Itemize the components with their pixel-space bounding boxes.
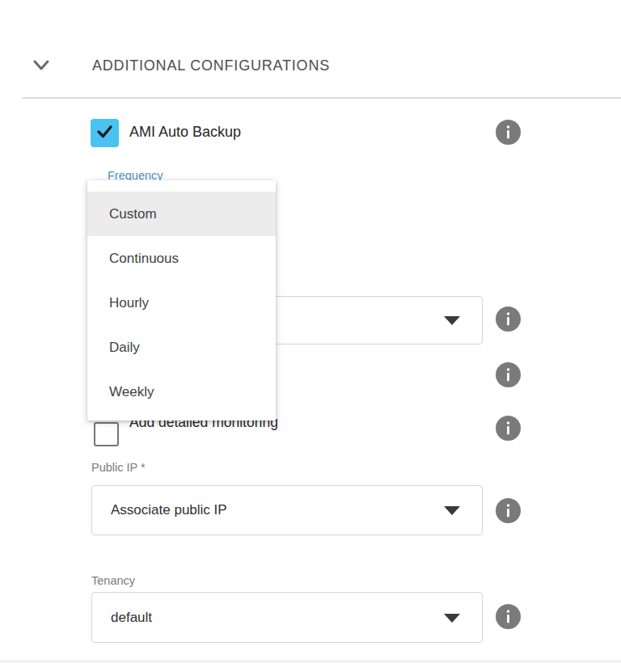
tenancy-value: default	[111, 610, 152, 626]
public-ip-value: Associate public IP	[111, 502, 227, 518]
menu-item-daily[interactable]: Daily	[87, 325, 276, 370]
bottom-divider	[0, 661, 621, 662]
section-title: ADDITIONAL CONFIGURATIONS	[92, 57, 330, 74]
info-icon[interactable]	[496, 498, 521, 523]
info-icon[interactable]	[496, 416, 521, 441]
ami-auto-backup-checkbox[interactable]	[91, 119, 119, 147]
public-ip-select[interactable]: Associate public IP	[91, 485, 483, 535]
info-icon[interactable]	[496, 120, 521, 145]
tenancy-label: Tenancy	[91, 574, 135, 587]
checkmark-icon	[95, 121, 115, 145]
tenancy-select[interactable]: default	[91, 592, 483, 643]
additional-configurations-panel: ADDITIONAL CONFIGURATIONS AMI Auto Backu…	[0, 0, 621, 672]
menu-item-weekly[interactable]: Weekly	[87, 370, 276, 414]
caret-down-icon	[444, 614, 460, 623]
ami-auto-backup-label: AMI Auto Backup	[129, 124, 241, 141]
caret-down-icon	[444, 506, 460, 515]
info-icon[interactable]	[496, 306, 521, 332]
menu-item-continuous[interactable]: Continuous	[87, 236, 276, 281]
frequency-dropdown-menu: Custom Continuous Hourly Daily Weekly	[87, 180, 276, 421]
public-ip-label: Public IP *	[91, 461, 146, 474]
info-icon[interactable]	[496, 362, 521, 387]
caret-down-icon	[444, 316, 460, 325]
menu-item-hourly[interactable]: Hourly	[87, 281, 276, 325]
menu-item-custom[interactable]: Custom	[87, 192, 276, 236]
section-collapse-button[interactable]	[29, 53, 53, 76]
section-divider	[23, 97, 621, 99]
chevron-down-icon	[29, 65, 53, 78]
detailed-monitoring-checkbox[interactable]	[94, 422, 119, 446]
info-icon[interactable]	[496, 604, 521, 629]
